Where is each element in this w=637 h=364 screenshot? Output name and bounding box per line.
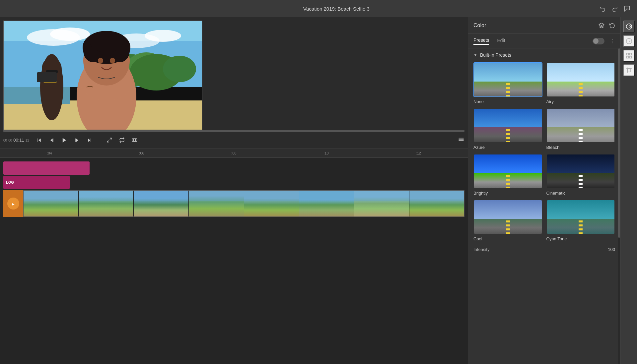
preset-label-none: None [473, 99, 542, 104]
preset-thumb-none [473, 62, 542, 97]
filmstrip-frame-8 [409, 191, 464, 216]
preset-label-cyan-tone: Cyan Tone [546, 236, 615, 241]
svg-rect-28 [37, 72, 57, 82]
presets-grid: None Airy [473, 62, 615, 241]
preset-item-cool[interactable]: Cool [473, 200, 542, 241]
time-prefix: 00 [3, 139, 7, 142]
time-frames: 12 [26, 139, 29, 142]
top-bar-actions [600, 5, 630, 12]
panel-body: ▼ Built-in Presets None [468, 48, 620, 364]
preset-item-bleach[interactable]: Bleach [546, 108, 615, 150]
timeline-ruler: :04 :06 :08 :10 :12 [0, 149, 468, 158]
menu-button[interactable] [458, 136, 464, 144]
right-panel: Color Presets Edit [468, 17, 620, 364]
preset-thumb-brightly [473, 154, 542, 189]
preset-thumb-cinematic [546, 154, 615, 189]
filmstrip-frame-7 [354, 191, 409, 216]
video-content [4, 21, 202, 130]
step-forward-button[interactable] [72, 135, 82, 146]
scrollbar-thumb[interactable] [618, 48, 620, 238]
svg-line-39 [107, 141, 109, 142]
svg-point-50 [612, 39, 612, 39]
panel-title: Color [473, 23, 486, 29]
svg-line-38 [110, 138, 111, 140]
timeline-tracks: LOG ▶ [0, 158, 468, 221]
preset-label-cinematic: Cinematic [546, 191, 615, 196]
ruler-mark-8: :08 [188, 151, 280, 155]
timeline-area: :04 :06 :08 :10 :12 LOG [0, 149, 468, 364]
scrub-bar[interactable] [3, 130, 464, 132]
svg-point-11 [163, 56, 196, 82]
preset-item-none[interactable]: None [473, 62, 542, 104]
preset-item-cyan-tone[interactable]: Cyan Tone [546, 200, 615, 241]
redo-button[interactable] [612, 6, 618, 12]
svg-point-52 [612, 42, 612, 43]
toggle-switch[interactable] [593, 38, 604, 44]
panel-tab-actions [593, 38, 615, 44]
preset-item-airy[interactable]: Airy [546, 62, 615, 104]
trim-button[interactable] [129, 135, 140, 146]
svg-rect-55 [626, 53, 628, 55]
chevron-down-icon: ▼ [473, 53, 477, 57]
layers-button[interactable] [599, 23, 604, 29]
ruler-mark-10: :10 [280, 151, 372, 155]
preset-item-cinematic[interactable]: Cinematic [546, 154, 615, 196]
filmstrip-frame-5 [244, 191, 299, 216]
preset-item-azure[interactable]: Azure [473, 108, 542, 150]
step-back-button[interactable] [46, 135, 57, 146]
preset-label-cool: Cool [473, 236, 542, 241]
ruler-mark-6: :06 [96, 151, 188, 155]
svg-marker-31 [50, 138, 53, 142]
preset-thumb-cyan-tone [546, 200, 615, 234]
clip-label-text: LOG [6, 180, 14, 184]
svg-rect-58 [629, 56, 631, 58]
preset-thumb-airy [546, 62, 615, 97]
section-header-built-in[interactable]: ▼ Built-in Presets [473, 52, 615, 58]
crop-icon-btn[interactable] [623, 64, 635, 76]
preset-thumb-cool [473, 200, 542, 234]
preset-item-brightly[interactable]: Brightly [473, 154, 542, 196]
color-grading-icon-btn[interactable] [623, 21, 635, 32]
preset-label-brightly: Brightly [473, 191, 542, 196]
video-frame [3, 21, 202, 130]
svg-marker-49 [599, 23, 604, 26]
section-title: Built-in Presets [480, 52, 511, 58]
undo-button[interactable] [600, 6, 606, 12]
svg-rect-59 [627, 69, 631, 72]
svg-rect-32 [53, 138, 53, 142]
reset-button[interactable] [609, 23, 615, 29]
time-display: 00 00 00:11 12 [3, 138, 29, 143]
svg-marker-34 [76, 138, 78, 142]
intensity-label: Intensity [473, 247, 489, 252]
skip-to-start-button[interactable] [34, 135, 44, 146]
filmstrip-start-thumb: ▶ [3, 190, 23, 217]
filmstrip-frame-3 [134, 191, 188, 216]
grid-icon-btn[interactable] [623, 50, 635, 62]
track-clip-main[interactable] [3, 161, 90, 175]
loop-button[interactable] [117, 135, 127, 146]
side-icons [620, 17, 637, 364]
playback-controls: 00 00 00:11 12 [0, 132, 468, 149]
more-options-button[interactable] [609, 38, 615, 44]
time-current: 00:11 [13, 138, 24, 143]
window-title: Vacation 2019: Beach Selfie 3 [303, 6, 370, 12]
speed-icon-btn[interactable] [623, 35, 635, 47]
play-button[interactable] [59, 135, 70, 146]
top-bar: Vacation 2019: Beach Selfie 3 [0, 0, 637, 17]
filmstrip-frame-2 [79, 191, 133, 216]
time-prefix-frames: 00 [8, 139, 12, 142]
skip-to-end-button[interactable] [84, 135, 95, 146]
tab-edit[interactable]: Edit [497, 38, 505, 44]
svg-marker-33 [63, 138, 66, 143]
fullscreen-button[interactable] [104, 135, 115, 146]
svg-point-5 [50, 28, 90, 41]
track-clip-label[interactable]: LOG [3, 176, 70, 189]
preset-label-azure: Azure [473, 145, 542, 150]
svg-rect-56 [629, 53, 631, 55]
chat-button[interactable] [624, 5, 630, 12]
svg-rect-35 [75, 138, 76, 142]
ruler-mark-4: :04 [3, 151, 96, 155]
preset-thumb-bleach [546, 108, 615, 143]
tab-presets[interactable]: Presets [473, 37, 489, 45]
svg-point-25 [110, 58, 115, 64]
